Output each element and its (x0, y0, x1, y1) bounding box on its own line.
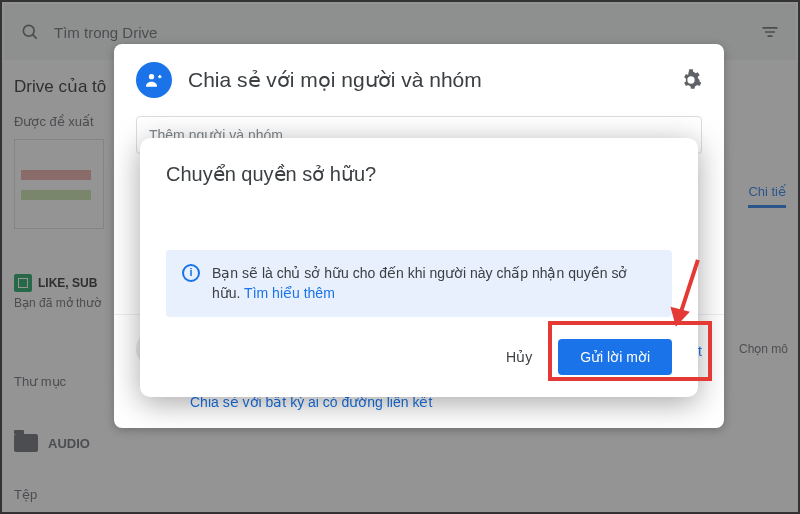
cancel-button[interactable]: Hủy (492, 339, 546, 375)
info-banner: i Bạn sẽ là chủ sở hữu cho đến khi người… (166, 250, 672, 317)
confirm-title: Chuyển quyền sở hữu? (166, 162, 672, 186)
send-invite-button[interactable]: Gửi lời mời (558, 339, 672, 375)
gear-icon[interactable] (680, 69, 702, 91)
info-icon: i (182, 264, 200, 282)
transfer-ownership-dialog: Chuyển quyền sở hữu? i Bạn sẽ là chủ sở … (140, 138, 698, 397)
learn-more-link[interactable]: Tìm hiểu thêm (244, 285, 335, 301)
svg-point-2 (149, 74, 154, 79)
share-people-icon (136, 62, 172, 98)
share-dialog-title: Chia sẻ với mọi người và nhóm (188, 68, 680, 92)
